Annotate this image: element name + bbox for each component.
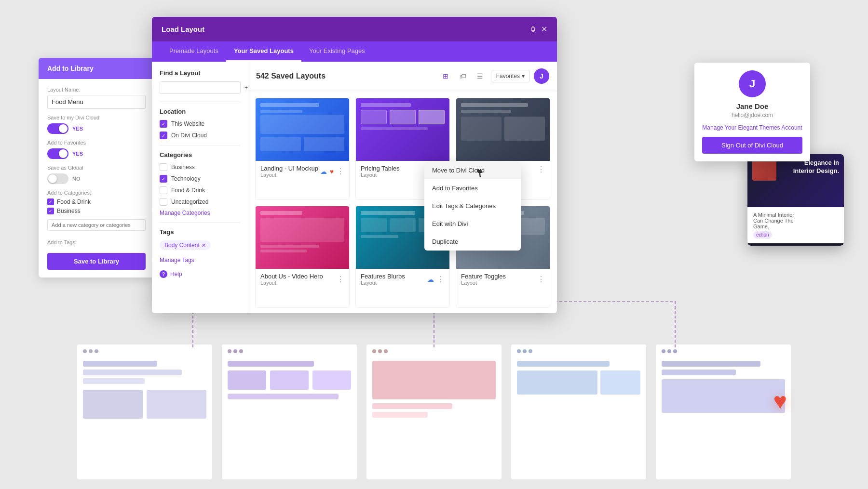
check-this-website: ✓ xyxy=(160,120,167,128)
design-hero-card: Elegance InInterior Design. A Minimal In… xyxy=(747,154,844,246)
sign-out-button[interactable]: Sign Out of Divi Cloud xyxy=(702,137,802,154)
layout-name-4: About Us - Video Hero xyxy=(260,273,323,280)
cat-technology[interactable]: ✓ Technology xyxy=(160,175,240,183)
toggle-knob-fav xyxy=(59,149,68,158)
cat-food-drink[interactable]: Food & Drink xyxy=(160,186,240,194)
manage-categories-link[interactable]: Manage Categories xyxy=(160,210,240,216)
user-avatar-button[interactable]: J xyxy=(534,68,549,84)
favorites-toggle[interactable] xyxy=(47,148,68,159)
context-menu: Move to Divi Cloud Add to Favorites Edit… xyxy=(424,161,521,251)
heart-icon-1[interactable]: ♥ xyxy=(330,168,334,175)
modal-title: Load Layout xyxy=(162,25,204,33)
layout-type-1: Layout xyxy=(260,172,318,178)
content-header: 542 Saved Layouts ⊞ 🏷 ☰ Favorites ▾ J xyxy=(248,62,557,91)
design-hero-top: Elegance InInterior Design. xyxy=(747,154,844,207)
layout-actions-6: ⋮ xyxy=(537,275,545,284)
layout-actions-4: ⋮ xyxy=(337,275,344,284)
layout-name-2: Pricing Tables xyxy=(361,165,400,172)
check-divi-cloud: ✓ xyxy=(160,132,167,139)
body-content-tag[interactable]: Body Content ✕ xyxy=(160,240,211,250)
more-icon-6[interactable]: ⋮ xyxy=(537,275,545,284)
add-category-input[interactable] xyxy=(47,219,146,231)
context-move-to-cloud[interactable]: Move to Divi Cloud xyxy=(424,161,521,179)
layout-name-input[interactable] xyxy=(47,95,146,109)
divider-1 xyxy=(160,102,240,102)
layout-name-1: Landing - UI Mockup xyxy=(260,165,318,172)
global-toggle[interactable] xyxy=(47,173,68,184)
header-controls: ⊞ 🏷 ☰ Favorites ▾ J xyxy=(439,68,549,84)
user-avatar-large: J xyxy=(739,70,766,97)
favorites-filter-button[interactable]: Favorites ▾ xyxy=(491,70,530,82)
design-hero-subtitle: A Minimal InteriorCan Change TheGame. xyxy=(753,212,838,229)
design-hero-badge: ection xyxy=(753,231,772,238)
layout-info-4: About Us - Video Hero Layout ⋮ xyxy=(256,269,349,290)
context-edit-tags[interactable]: Edit Tags & Categories xyxy=(424,197,521,215)
check-technology: ✓ xyxy=(160,175,167,183)
cat-uncategorized[interactable]: Uncategorized xyxy=(160,198,240,206)
layout-type-2: Layout xyxy=(361,172,400,178)
layout-actions-5: ☁ ⋮ xyxy=(427,275,445,284)
cloud-icon-1: ☁ xyxy=(320,168,327,175)
grid-view-button[interactable]: ⊞ xyxy=(439,69,452,83)
tab-saved-layouts[interactable]: Your Saved Layouts xyxy=(226,41,301,62)
layout-info-1: Landing - UI Mockup Layout ☁ ♥ ⋮ xyxy=(256,161,349,182)
tags-section: Body Content ✕ xyxy=(160,240,240,254)
favorites-toggle-text: YES xyxy=(72,151,83,157)
background-thumbnails xyxy=(0,306,868,489)
cat-business[interactable]: Business xyxy=(160,163,240,171)
list-view-button[interactable]: ☰ xyxy=(474,69,487,83)
floating-heart: ♥ xyxy=(773,388,787,414)
uncheck-food xyxy=(160,186,167,194)
close-icon[interactable]: ✕ xyxy=(541,25,547,34)
context-edit-with-divi[interactable]: Edit with Divi xyxy=(424,215,521,233)
search-input[interactable] xyxy=(160,81,241,94)
check-food: ✓ xyxy=(47,198,54,205)
more-icon-4[interactable]: ⋮ xyxy=(337,275,344,284)
design-hero-bottom: A Minimal InteriorCan Change TheGame. ec… xyxy=(747,207,844,243)
add-to-favorites-label: Add to Favorites xyxy=(47,140,146,145)
layout-card-1[interactable]: Landing - UI Mockup Layout ☁ ♥ ⋮ xyxy=(255,98,350,200)
remove-tag-icon[interactable]: ✕ xyxy=(202,242,206,249)
pin-icon[interactable]: ⧮ xyxy=(531,25,535,34)
divider-3 xyxy=(160,222,240,223)
sidebar-category-food: ✓ Food & Drink xyxy=(47,198,146,205)
location-this-website[interactable]: ✓ This Website xyxy=(160,120,240,128)
layout-thumb-2 xyxy=(356,98,449,161)
layout-info-5: Features Blurbs Layout ☁ ⋮ xyxy=(356,269,449,290)
filter-panel: Find a Layout + Filter Location ✓ This W… xyxy=(152,62,248,313)
save-as-global-label: Save as Global xyxy=(47,165,146,171)
sidebar-header[interactable]: Add to Library xyxy=(39,58,154,79)
more-icon-3[interactable]: ⋮ xyxy=(537,165,545,174)
sidebar-category-business: ✓ Business xyxy=(47,208,146,214)
manage-tags-link[interactable]: Manage Tags xyxy=(160,257,240,264)
help-section[interactable]: ? Help xyxy=(160,270,240,278)
uncheck-uncategorized xyxy=(160,198,167,206)
user-dropdown: J Jane Doe hello@jdoe.com Manage Your El… xyxy=(694,63,810,161)
design-hero-title: Elegance InInterior Design. xyxy=(793,159,839,175)
layout-type-4: Layout xyxy=(260,280,323,286)
context-add-to-favorites[interactable]: Add to Favorites xyxy=(424,179,521,197)
filter-button[interactable]: + Filter xyxy=(244,84,248,91)
layout-type-5: Layout xyxy=(361,280,405,286)
toggle-knob-global xyxy=(48,174,57,183)
location-divi-cloud[interactable]: ✓ On Divi Cloud xyxy=(160,132,240,139)
bg-thumb-2 xyxy=(222,344,357,479)
bg-thumb-1 xyxy=(77,344,212,479)
layout-actions-1: ☁ ♥ ⋮ xyxy=(320,167,344,176)
add-to-library-sidebar: Add to Library Layout Name: Save to my D… xyxy=(39,58,154,278)
uncheck-business xyxy=(160,163,167,171)
tab-existing-pages[interactable]: Your Existing Pages xyxy=(301,41,373,62)
more-icon-1[interactable]: ⋮ xyxy=(337,167,344,176)
save-to-library-button[interactable]: Save to Library xyxy=(47,253,146,270)
more-icon-5[interactable]: ⋮ xyxy=(437,275,445,284)
tag-view-button[interactable]: 🏷 xyxy=(456,69,470,83)
user-name: Jane Doe xyxy=(702,102,802,110)
divider-2 xyxy=(160,145,240,145)
tab-premade-layouts[interactable]: Premade Layouts xyxy=(162,41,226,62)
divi-cloud-toggle[interactable] xyxy=(47,123,68,134)
layout-card-4[interactable]: About Us - Video Hero Layout ⋮ xyxy=(255,206,350,308)
context-duplicate[interactable]: Duplicate xyxy=(424,233,521,251)
manage-account-link[interactable]: Manage Your Elegant Themes Account xyxy=(702,124,802,131)
layout-type-6: Layout xyxy=(461,280,506,286)
divi-cloud-toggle-text: YES xyxy=(72,126,83,132)
